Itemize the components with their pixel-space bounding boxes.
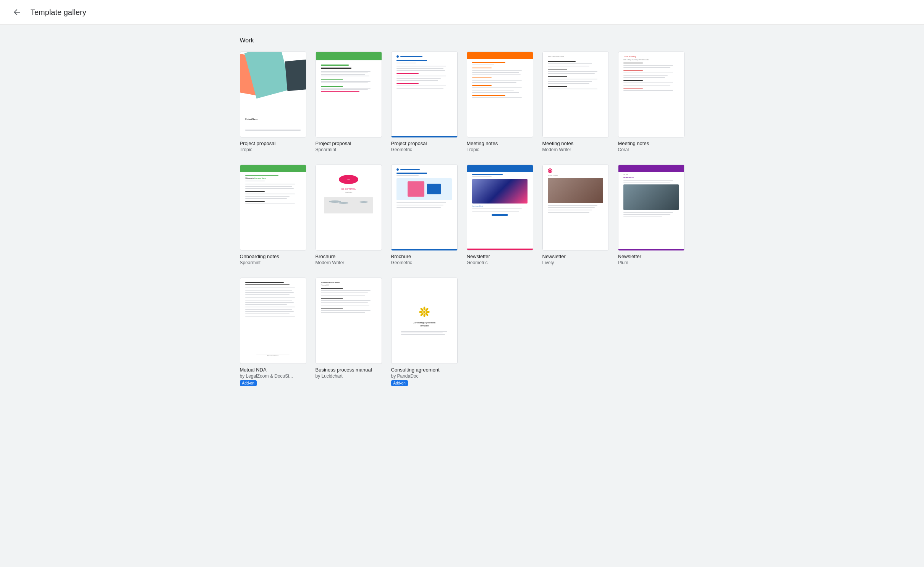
template-thumbnail xyxy=(391,52,458,137)
template-sub: by LegalZoom & DocuSi... xyxy=(240,373,306,379)
svg-point-6 xyxy=(420,312,424,317)
template-card-newsletter-lively[interactable]: We have a surprise! Newsletter Lively xyxy=(542,165,609,265)
template-name: Newsletter xyxy=(618,254,685,259)
back-icon xyxy=(12,8,21,17)
template-sub: Spearmint xyxy=(240,260,306,265)
template-sub: Coral xyxy=(618,147,685,152)
template-name: Mutual NDA xyxy=(240,367,306,373)
template-row-1: Project Name Project proposal Tropic xyxy=(240,52,685,152)
template-thumbnail xyxy=(467,52,533,137)
svg-point-3 xyxy=(426,311,430,313)
template-name: Brochure xyxy=(391,254,458,259)
template-name: Meeting notes xyxy=(618,141,685,146)
template-sub: by Lucidchart xyxy=(316,373,382,379)
work-section: Work Project Name Project proposal T xyxy=(240,37,685,386)
template-name: Newsletter xyxy=(542,254,609,259)
template-card-project-proposal-tropic[interactable]: Project Name Project proposal Tropic xyxy=(240,52,306,152)
template-card-newsletter-plum[interactable]: Our Best NEWSLETTER Newsletter Plum xyxy=(618,165,685,265)
svg-point-0 xyxy=(423,311,426,313)
template-name: Project proposal xyxy=(391,141,458,146)
main-content: Work Project Name Project proposal T xyxy=(222,25,703,410)
thumb-lines xyxy=(245,129,301,133)
template-card-consulting-agreement[interactable]: Consulting AgreementTemplate Consulting … xyxy=(391,278,458,386)
template-card-meeting-notes-coral[interactable]: Team Meeting DATE | TIME | LOCATION | CO… xyxy=(618,52,685,152)
template-sub: Geometric xyxy=(467,260,533,265)
template-sub: Geometric xyxy=(391,260,458,265)
template-name: Onboarding notes xyxy=(240,254,306,259)
template-card-brochure-geometric[interactable]: Brochure Geometric xyxy=(391,165,458,265)
addon-badge: Add-on xyxy=(391,380,408,386)
section-title: Work xyxy=(240,37,685,44)
template-thumbnail: Welcome to Company Name xyxy=(240,165,306,250)
template-row-3: Please insert this date Mutual NDA by Le… xyxy=(240,278,685,386)
svg-point-2 xyxy=(425,307,429,312)
template-thumbnail: GO GO-GO TRAVEL Travel Healers xyxy=(316,165,382,250)
svg-point-5 xyxy=(423,313,425,317)
template-name: Meeting notes xyxy=(542,141,609,146)
template-card-newsletter-geometric[interactable]: Lorem ipsum dolor sit Newsletter Geometr… xyxy=(467,165,533,265)
back-button[interactable] xyxy=(9,5,24,20)
template-thumbnail: Our Best NEWSLETTER xyxy=(618,165,685,250)
template-sub: Spearmint xyxy=(316,147,382,152)
template-sub: Tropic xyxy=(240,147,306,152)
page-title: Template gallery xyxy=(31,8,86,17)
template-card-onboarding-spearmint[interactable]: Welcome to Company Name Onboarding notes xyxy=(240,165,306,265)
template-name: Project proposal xyxy=(240,141,306,146)
template-sub: Lively xyxy=(542,260,609,265)
addon-badge: Add-on xyxy=(240,380,257,386)
template-row-2: Welcome to Company Name Onboarding notes xyxy=(240,165,685,265)
template-thumbnail xyxy=(391,165,458,250)
template-sub: by PandaDoc xyxy=(391,373,458,379)
template-sub: Geometric xyxy=(391,147,458,152)
app-header: Template gallery xyxy=(0,0,924,25)
template-thumbnail: Project Name xyxy=(240,52,306,137)
template-card-meeting-notes-modern[interactable]: MEETING NAME 09/04 xyxy=(542,52,609,152)
template-thumbnail: MEETING NAME 09/04 xyxy=(542,52,609,137)
template-card-project-proposal-spearmint[interactable]: Project proposal Spearmint xyxy=(316,52,382,152)
template-thumbnail: Business Process Manual 7 January 2019 xyxy=(316,278,382,363)
template-card-mutual-nda[interactable]: Please insert this date Mutual NDA by Le… xyxy=(240,278,306,386)
template-thumbnail: Please insert this date xyxy=(240,278,306,363)
template-sub: Tropic xyxy=(467,147,533,152)
template-thumbnail: Team Meeting DATE | TIME | LOCATION | CO… xyxy=(618,52,685,137)
template-card-project-proposal-geometric[interactable]: Project proposal Geometric xyxy=(391,52,458,152)
template-thumbnail: We have a surprise! xyxy=(542,165,609,250)
svg-point-4 xyxy=(425,312,429,317)
template-thumbnail: Consulting AgreementTemplate xyxy=(391,278,458,363)
template-sub: Plum xyxy=(618,260,685,265)
template-name: Business process manual xyxy=(316,367,382,373)
template-card-brochure-modern[interactable]: GO GO-GO TRAVEL Travel Healers Brochure … xyxy=(316,165,382,265)
template-card-business-process-manual[interactable]: Business Process Manual 7 January 2019 xyxy=(316,278,382,386)
template-name: Consulting agreement xyxy=(391,367,458,373)
svg-point-1 xyxy=(423,307,425,310)
flower-icon xyxy=(418,306,430,318)
template-name: Newsletter xyxy=(467,254,533,259)
svg-point-8 xyxy=(420,307,424,312)
template-thumbnail xyxy=(316,52,382,137)
template-card-meeting-notes-tropic[interactable]: Meeting notes Tropic xyxy=(467,52,533,152)
template-name: Project proposal xyxy=(316,141,382,146)
template-sub: Modern Writer xyxy=(316,260,382,265)
template-sub: Modern Writer xyxy=(542,147,609,152)
svg-point-7 xyxy=(419,311,423,313)
template-thumbnail: Lorem ipsum dolor sit xyxy=(467,165,533,250)
template-name: Brochure xyxy=(316,254,382,259)
template-name: Meeting notes xyxy=(467,141,533,146)
thumb-text: Project Name xyxy=(245,118,257,120)
